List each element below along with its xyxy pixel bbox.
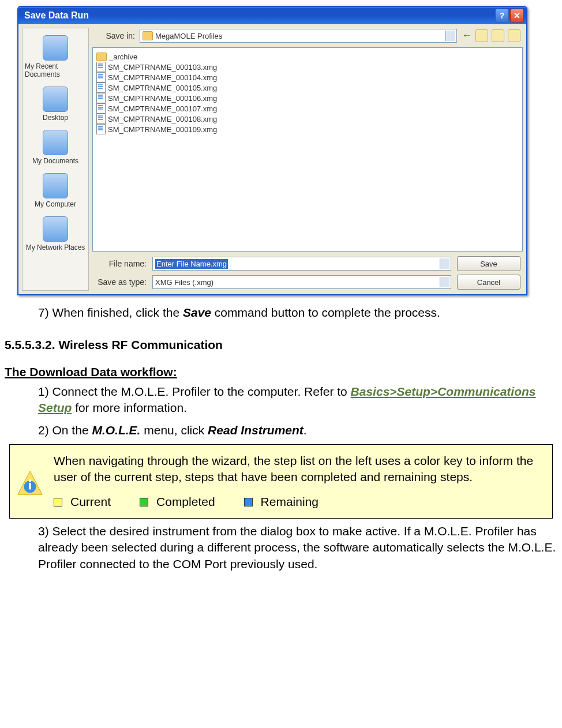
step-1: Connect the M.O.L.E. Profiler to the com…	[35, 384, 559, 416]
list-item-label: SM_CMPTRNAME_000104.xmg	[108, 73, 217, 82]
save-type-label: Save as type:	[95, 277, 147, 287]
section-heading: 5.5.5.3.2. Wireless RF Communication	[5, 337, 559, 353]
file-icon	[96, 93, 106, 103]
save-type-value: XMG Files (.xmg)	[155, 278, 213, 287]
step-7-bold: Save	[183, 306, 211, 319]
save-type-combo[interactable]: XMG Files (.xmg)	[152, 275, 451, 289]
note-box: When navigating through the wizard, the …	[9, 444, 553, 519]
legend-completed: Completed	[140, 494, 215, 510]
dialog-image-wrapper: Save Data Run ? ✕ My Recent Documents De…	[17, 6, 545, 295]
list-item-label: SM_CMPTRNAME_000107.xmg	[108, 104, 217, 113]
save-in-value: MegaMOLE Profiles	[155, 32, 222, 40]
list-item[interactable]: SM_CMPTRNAME_000104.xmg	[96, 72, 519, 82]
legend-current-label: Current	[70, 495, 111, 508]
file-icon	[96, 82, 106, 93]
dialog-title: Save Data Run	[24, 10, 89, 21]
folder-icon	[143, 31, 153, 40]
place-desktop[interactable]: Desktop	[24, 83, 87, 125]
info-icon	[17, 470, 43, 497]
square-green-icon	[140, 498, 148, 506]
place-documents[interactable]: My Documents	[24, 126, 87, 168]
save-button[interactable]: Save	[457, 256, 520, 271]
list-item[interactable]: SM_CMPTRNAME_000107.xmg	[96, 103, 519, 114]
step-1-text-b: for more information.	[72, 401, 187, 414]
legend-current: Current	[54, 494, 111, 510]
svg-rect-2	[29, 483, 31, 490]
place-label: My Computer	[35, 200, 76, 208]
list-item-label: _archive	[109, 52, 137, 61]
close-button[interactable]: ✕	[510, 9, 524, 22]
list-item[interactable]: SM_CMPTRNAME_000106.xmg	[96, 93, 519, 103]
file-icon	[96, 124, 106, 134]
dialog-toolbar: ←	[462, 29, 520, 42]
file-icon	[96, 114, 106, 124]
save-in-combo[interactable]: MegaMOLE Profiles	[140, 29, 457, 43]
file-icon	[96, 103, 106, 114]
file-name-value: Enter File Name.xmg	[155, 259, 228, 269]
file-icon	[96, 62, 106, 72]
list-item-label: SM_CMPTRNAME_000108.xmg	[108, 115, 217, 123]
legend-remaining-label: Remaining	[261, 495, 319, 508]
file-icon	[96, 72, 106, 82]
square-yellow-icon	[54, 498, 62, 506]
save-in-label: Save in:	[95, 31, 135, 40]
list-item[interactable]: SM_CMPTRNAME_000103.xmg	[96, 62, 519, 72]
save-dialog: Save Data Run ? ✕ My Recent Documents De…	[17, 6, 527, 295]
new-folder-icon[interactable]	[492, 29, 504, 42]
place-label: My Network Places	[26, 243, 85, 252]
file-name-label: File name:	[95, 259, 147, 268]
step-7-text-b: command button to complete the process.	[211, 306, 440, 319]
place-label: My Documents	[32, 157, 78, 165]
step-2-bold-b: Read Instrument	[208, 423, 304, 437]
file-list[interactable]: _archive SM_CMPTRNAME_000103.xmg SM_CMPT…	[92, 47, 523, 252]
back-icon[interactable]: ←	[462, 29, 472, 42]
place-network[interactable]: My Network Places	[24, 213, 87, 255]
list-item-label: SM_CMPTRNAME_000103.xmg	[108, 63, 217, 72]
list-item[interactable]: SM_CMPTRNAME_000105.xmg	[96, 82, 519, 93]
folder-icon	[96, 52, 107, 61]
note-text: When navigating through the wizard, the …	[54, 453, 545, 486]
list-item-label: SM_CMPTRNAME_000105.xmg	[108, 84, 217, 92]
views-icon[interactable]	[508, 29, 520, 42]
legend-completed-label: Completed	[156, 495, 215, 508]
cancel-button-label: Cancel	[477, 278, 500, 287]
square-blue-icon	[244, 498, 253, 506]
step-7: When finished, click the Save command bu…	[35, 305, 559, 321]
step-3-text: Select the desired instrument from the d…	[38, 524, 556, 571]
up-folder-icon[interactable]	[475, 29, 488, 42]
file-name-input[interactable]: Enter File Name.xmg	[152, 257, 451, 271]
step-3: Select the desired instrument from the d…	[35, 523, 559, 572]
list-item[interactable]: SM_CMPTRNAME_000108.xmg	[96, 114, 519, 124]
places-bar: My Recent Documents Desktop My Documents…	[22, 28, 89, 291]
step-2-bold-a: M.O.L.E.	[92, 423, 140, 437]
step-1-text-a: Connect the M.O.L.E. Profiler to the com…	[53, 385, 351, 398]
step-7-text-a: When finished, click the	[53, 306, 183, 319]
cancel-button[interactable]: Cancel	[457, 275, 520, 290]
place-label: My Recent Documents	[25, 62, 86, 78]
note-content: When navigating through the wizard, the …	[54, 453, 545, 510]
help-button[interactable]: ?	[495, 9, 509, 22]
list-folder[interactable]: _archive	[96, 51, 519, 62]
workflow-heading: The Download Data workflow:	[5, 364, 559, 380]
list-item[interactable]: SM_CMPTRNAME_000109.xmg	[96, 124, 519, 134]
step-2: On the M.O.L.E. menu, click Read Instrum…	[35, 422, 559, 438]
legend-remaining: Remaining	[244, 494, 319, 510]
step-2-text-c: .	[304, 423, 307, 437]
save-button-label: Save	[480, 260, 497, 268]
step-2-text-b: menu, click	[140, 423, 208, 437]
step-2-text-a: On the	[53, 423, 92, 437]
list-item-label: SM_CMPTRNAME_000106.xmg	[108, 94, 217, 103]
svg-point-3	[29, 479, 31, 482]
titlebar: Save Data Run ? ✕	[18, 7, 526, 24]
list-item-label: SM_CMPTRNAME_000109.xmg	[108, 125, 217, 134]
place-label: Desktop	[43, 114, 68, 122]
place-recent[interactable]: My Recent Documents	[24, 32, 87, 82]
place-computer[interactable]: My Computer	[24, 170, 87, 212]
color-legend: Current Completed Remaining	[54, 494, 545, 510]
